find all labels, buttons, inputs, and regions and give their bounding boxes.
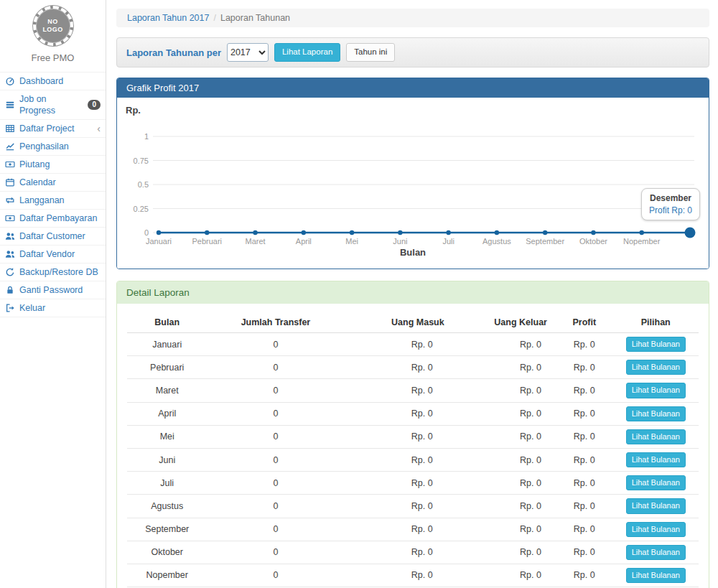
col-header-pilihan: Pilihan: [613, 312, 699, 333]
table-row: April0Rp. 0Rp. 0Rp. 0Lihat Bulanan: [127, 402, 699, 425]
cell-uang-keluar: Rp. 0: [453, 402, 556, 425]
sidebar-item-langganan[interactable]: Langganan: [0, 191, 106, 209]
svg-text:1: 1: [144, 132, 149, 141]
users-icon: [5, 249, 16, 259]
cell-pilihan: Lihat Bulanan: [613, 472, 699, 495]
table-header-row: Bulan Jumlah Transfer Uang Masuk Uang Ke…: [127, 312, 699, 333]
chart-panel-body: Rp. 00.250.50.751JanuariPebruariMaretApr…: [117, 98, 709, 269]
app-layout: NO LOGO Free PMO DashboardJob on Progres…: [0, 0, 718, 588]
sidebar-item-daftar-project[interactable]: Daftar Project‹: [0, 119, 106, 137]
lihat-bulanan-button[interactable]: Lihat Bulanan: [626, 475, 686, 490]
svg-text:Maret: Maret: [245, 237, 265, 246]
sidebar-item-dashboard[interactable]: Dashboard: [0, 72, 106, 90]
detail-laporan-panel: Detail Laporan Bulan Jumlah Transfer Uan…: [116, 281, 709, 588]
cell-profit: Rp. 0: [556, 495, 613, 518]
sidebar-item-daftar-customer[interactable]: Daftar Customer: [0, 227, 106, 245]
logo-seal: NO LOGO: [33, 6, 73, 46]
cell-profit: Rp. 0: [556, 402, 613, 425]
cell-uang-masuk: Rp. 0: [344, 472, 452, 495]
sidebar-item-label: Ganti Password: [19, 284, 83, 296]
table-row: Maret0Rp. 0Rp. 0Rp. 0Lihat Bulanan: [127, 379, 699, 402]
sidebar-item-calendar[interactable]: Calendar: [0, 173, 106, 191]
lihat-bulanan-button[interactable]: Lihat Bulanan: [626, 360, 686, 375]
cell-profit: Rp. 0: [556, 356, 613, 379]
year-select[interactable]: 2017: [227, 43, 269, 62]
cell-pilihan: Lihat Bulanan: [613, 379, 699, 402]
sidebar-item-label: Daftar Vendor: [19, 248, 75, 260]
cell-jumlah-transfer: 0: [207, 448, 344, 471]
svg-text:April: April: [296, 237, 312, 246]
cell-uang-masuk: Rp. 0: [344, 379, 452, 402]
lihat-laporan-button[interactable]: Lihat Laporan: [274, 43, 340, 62]
users-icon: [5, 231, 16, 241]
sidebar-item-label: Daftar Pembayaran: [19, 213, 97, 224]
svg-text:0.25: 0.25: [134, 205, 149, 213]
sidebar-item-label: Job on Progress: [19, 93, 84, 116]
breadcrumb: Laporan Tahun 2017/Laporan Tahunan: [116, 9, 709, 27]
lihat-bulanan-button[interactable]: Lihat Bulanan: [626, 383, 686, 398]
cell-uang-masuk: Rp. 0: [344, 356, 452, 379]
lihat-bulanan-button[interactable]: Lihat Bulanan: [626, 568, 686, 583]
sidebar: NO LOGO Free PMO DashboardJob on Progres…: [0, 0, 106, 588]
cell-jumlah-transfer: 0: [207, 379, 344, 402]
retweet-icon: [5, 195, 16, 205]
sidebar-item-piutang[interactable]: Piutang: [0, 155, 106, 173]
col-header-uang-keluar: Uang Keluar: [453, 312, 556, 333]
lihat-bulanan-button[interactable]: Lihat Bulanan: [626, 522, 686, 537]
dashboard-icon: [5, 76, 16, 86]
col-header-profit: Profit: [556, 312, 613, 333]
report-table: Bulan Jumlah Transfer Uang Masuk Uang Ke…: [127, 312, 699, 588]
cell-pilihan: Lihat Bulanan: [613, 425, 699, 448]
lihat-bulanan-button[interactable]: Lihat Bulanan: [626, 406, 686, 421]
table-row: Juli0Rp. 0Rp. 0Rp. 0Lihat Bulanan: [127, 472, 699, 495]
logo-text: NO LOGO: [41, 18, 65, 34]
sidebar-item-daftar-pembayaran[interactable]: Daftar Pembayaran: [0, 209, 106, 227]
sidebar-item-keluar[interactable]: Keluar: [0, 299, 106, 317]
sidebar-item-label: Langganan: [19, 195, 65, 206]
lihat-bulanan-button[interactable]: Lihat Bulanan: [626, 429, 686, 444]
table-row: Januari0Rp. 0Rp. 0Rp. 0Lihat Bulanan: [127, 333, 699, 356]
svg-text:Mei: Mei: [345, 237, 358, 246]
cell-uang-masuk: Rp. 0: [344, 425, 452, 448]
cell-uang-masuk: Rp. 0: [344, 541, 452, 564]
sidebar-item-job-on-progress[interactable]: Job on Progress0: [0, 90, 106, 119]
table-row: Pebruari0Rp. 0Rp. 0Rp. 0Lihat Bulanan: [127, 356, 699, 379]
tahun-ini-button[interactable]: Tahun ini: [346, 43, 395, 62]
lock-icon: [5, 285, 16, 295]
lihat-bulanan-button[interactable]: Lihat Bulanan: [626, 545, 686, 560]
cell-bulan: Agustus: [127, 495, 207, 518]
cell-profit: Rp. 0: [556, 425, 613, 448]
sidebar-item-backup-restore-db[interactable]: Backup/Restore DB: [0, 263, 106, 281]
svg-text:Agustus: Agustus: [482, 237, 511, 246]
lihat-bulanan-button[interactable]: Lihat Bulanan: [626, 498, 686, 513]
sidebar-item-label: Daftar Project: [19, 123, 74, 134]
chart-line-icon: [5, 141, 16, 151]
cell-uang-masuk: Rp. 0: [344, 402, 452, 425]
sidebar-item-daftar-vendor[interactable]: Daftar Vendor: [0, 245, 106, 263]
cell-uang-masuk: Rp. 0: [344, 495, 452, 518]
cell-profit: Rp. 0: [556, 379, 613, 402]
svg-text:0.5: 0.5: [138, 180, 149, 189]
lihat-bulanan-button[interactable]: Lihat Bulanan: [626, 337, 686, 352]
svg-text:September: September: [526, 237, 564, 246]
sidebar-item-penghasilan[interactable]: Penghasilan: [0, 137, 106, 155]
profit-chart-panel: Grafik Profit 2017 Rp. 00.250.50.751Janu…: [116, 78, 709, 269]
report-filter-bar: Laporan Tahunan per 2017 Lihat Laporan T…: [116, 37, 709, 67]
cell-uang-keluar: Rp. 0: [453, 356, 556, 379]
cell-uang-keluar: Rp. 0: [453, 518, 556, 541]
cell-uang-keluar: Rp. 0: [453, 448, 556, 471]
cell-uang-keluar: Rp. 0: [453, 541, 556, 564]
svg-text:Pebruari: Pebruari: [192, 237, 222, 246]
cell-uang-masuk: Rp. 0: [344, 448, 452, 471]
filter-label: Laporan Tahunan per: [126, 47, 221, 58]
cell-uang-keluar: Rp. 0: [453, 495, 556, 518]
sidebar-item-ganti-password[interactable]: Ganti Password: [0, 281, 106, 299]
cell-pilihan: Lihat Bulanan: [613, 564, 699, 587]
profit-chart: 00.250.50.751JanuariPebruariMaretAprilMe…: [126, 118, 700, 246]
chart-tooltip: Desember Profit Rp: 0: [641, 188, 700, 220]
cell-pilihan: Lihat Bulanan: [613, 356, 699, 379]
sidebar-item-label: Keluar: [19, 302, 45, 314]
breadcrumb-link-laporan-tahun[interactable]: Laporan Tahun 2017: [127, 13, 209, 23]
lihat-bulanan-button[interactable]: Lihat Bulanan: [626, 452, 686, 467]
sidebar-item-label: Backup/Restore DB: [19, 266, 98, 278]
